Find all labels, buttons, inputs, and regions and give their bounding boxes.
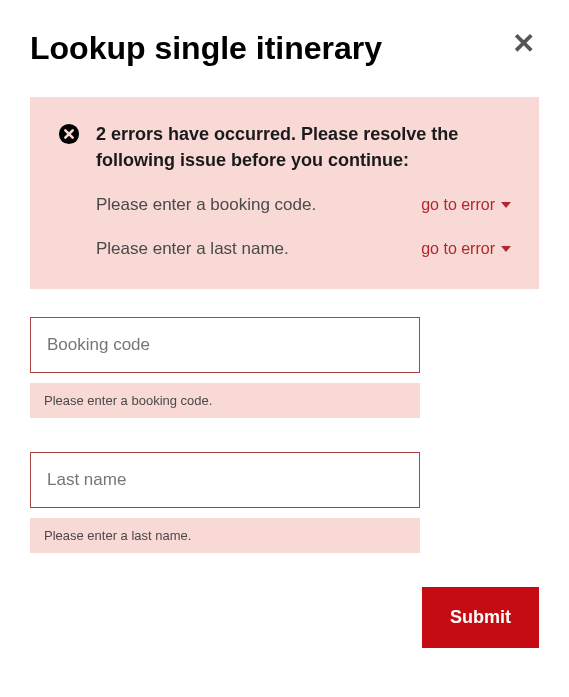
booking-code-field-group: Please enter a booking code. bbox=[30, 317, 420, 418]
page-title: Lookup single itinerary bbox=[30, 30, 382, 67]
goto-error-label: go to error bbox=[421, 196, 495, 214]
goto-error-link[interactable]: go to error bbox=[421, 240, 511, 258]
goto-error-label: go to error bbox=[421, 240, 495, 258]
error-summary-item: Please enter a booking code. go to error bbox=[58, 195, 511, 215]
last-name-field-group: Please enter a last name. bbox=[30, 452, 420, 553]
error-icon bbox=[58, 123, 80, 145]
error-summary-text: Please enter a last name. bbox=[96, 239, 289, 259]
actions-row: Submit bbox=[30, 587, 539, 648]
error-summary-header: 2 errors have occurred. Please resolve t… bbox=[58, 121, 511, 173]
caret-down-icon bbox=[501, 246, 511, 252]
caret-down-icon bbox=[501, 202, 511, 208]
last-name-error: Please enter a last name. bbox=[30, 518, 420, 553]
close-button[interactable]: ✕ bbox=[508, 30, 539, 58]
goto-error-link[interactable]: go to error bbox=[421, 196, 511, 214]
error-summary-item: Please enter a last name. go to error bbox=[58, 239, 511, 259]
error-summary-text: Please enter a booking code. bbox=[96, 195, 316, 215]
modal-header: Lookup single itinerary ✕ bbox=[30, 30, 539, 67]
error-summary-title: 2 errors have occurred. Please resolve t… bbox=[96, 121, 511, 173]
error-summary-panel: 2 errors have occurred. Please resolve t… bbox=[30, 97, 539, 289]
booking-code-input[interactable] bbox=[30, 317, 420, 373]
booking-code-error: Please enter a booking code. bbox=[30, 383, 420, 418]
last-name-input[interactable] bbox=[30, 452, 420, 508]
submit-button[interactable]: Submit bbox=[422, 587, 539, 648]
